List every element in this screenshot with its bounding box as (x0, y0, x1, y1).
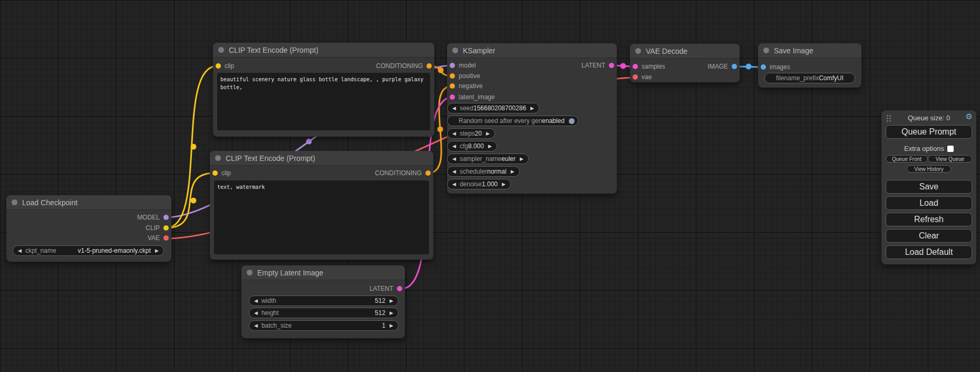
width-stepper[interactable]: ◀ width 512 ▶ (249, 295, 399, 306)
conditioning-port-icon[interactable] (425, 170, 431, 176)
input-slot-clip[interactable]: clip (216, 62, 234, 70)
vae-port-icon[interactable] (633, 74, 638, 80)
output-slot-image[interactable]: IMAGE (707, 62, 737, 71)
queue-prompt-button[interactable]: Queue Prompt (886, 125, 972, 139)
node-title-bar[interactable]: Load Checkpoint (6, 195, 171, 210)
node-clip-text-encode-negative[interactable]: CLIP Text Encode (Prompt) clip CONDITION… (210, 151, 433, 260)
clear-button[interactable]: Clear (886, 229, 972, 243)
decrement-arrow-icon[interactable]: ◀ (452, 144, 456, 149)
decrement-arrow-icon[interactable]: ◀ (254, 323, 258, 328)
decrement-arrow-icon[interactable]: ◀ (452, 106, 456, 111)
collapse-dot-icon[interactable] (452, 47, 458, 53)
model-port-icon[interactable] (450, 63, 455, 68)
collapse-dot-icon[interactable] (12, 199, 17, 205)
node-load-checkpoint[interactable]: Load Checkpoint MODEL CLIP VAE ◀ ckpt_na… (6, 195, 171, 262)
conditioning-port-icon[interactable] (450, 83, 455, 89)
decrement-arrow-icon[interactable]: ◀ (254, 311, 258, 316)
negative-prompt-textarea[interactable]: text, watermark (214, 180, 429, 254)
output-slot-model[interactable]: MODEL (137, 213, 169, 222)
vae-port-icon[interactable] (163, 235, 169, 241)
decrement-arrow-icon[interactable]: ◀ (452, 157, 456, 161)
clip-port-icon[interactable] (163, 225, 169, 231)
input-slot-positive[interactable]: positive (450, 72, 480, 80)
input-slot-samples[interactable]: samples (633, 62, 665, 71)
decrement-arrow-icon[interactable]: ◀ (452, 182, 456, 187)
seed-stepper[interactable]: ◀ seed 156680208700286 ▶ (447, 103, 539, 113)
save-button[interactable]: Save (886, 180, 972, 194)
batch-size-stepper[interactable]: ◀ batch_size 1 ▶ (249, 320, 399, 331)
latent-port-icon[interactable] (450, 94, 455, 100)
node-title-bar[interactable]: KSampler (447, 43, 617, 58)
output-slot-conditioning[interactable]: CONDITIONING (375, 169, 431, 177)
input-slot-negative[interactable]: negative (450, 82, 482, 90)
settings-gear-icon[interactable]: ⚙ (966, 112, 973, 120)
input-slot-images[interactable]: images (761, 63, 790, 71)
increment-arrow-icon[interactable]: ▶ (511, 169, 515, 174)
filename-prefix-field[interactable]: filename_prefix ComfyUI (764, 73, 855, 83)
random-seed-toggle[interactable]: Random seed after every gen enabled (447, 116, 578, 126)
input-slot-vae[interactable]: vae (633, 73, 652, 81)
load-button[interactable]: Load (886, 196, 972, 210)
output-slot-conditioning[interactable]: CONDITIONING (376, 62, 432, 70)
clip-port-icon[interactable] (216, 63, 221, 69)
collapse-dot-icon[interactable] (215, 155, 221, 161)
input-slot-latent-image[interactable]: latent_image (450, 93, 495, 101)
view-history-button[interactable]: View History (907, 165, 951, 173)
image-port-icon[interactable] (761, 64, 766, 70)
decrement-arrow-icon[interactable]: ◀ (452, 131, 456, 136)
scheduler-combo[interactable]: ◀ scheduler normal ▶ (447, 166, 520, 177)
node-title-bar[interactable]: CLIP Text Encode (Prompt) (213, 43, 434, 58)
decrement-arrow-icon[interactable]: ◀ (18, 249, 22, 253)
node-title-bar[interactable]: Save Image (758, 43, 861, 58)
increment-arrow-icon[interactable]: ▶ (520, 157, 523, 161)
decrement-arrow-icon[interactable]: ◀ (254, 299, 258, 303)
output-slot-clip[interactable]: CLIP (145, 224, 169, 232)
positive-prompt-textarea[interactable]: beautiful scenery nature glass bottle la… (217, 73, 430, 130)
steps-stepper[interactable]: ◀ steps 20 ▶ (447, 128, 495, 139)
toggle-enabled-icon[interactable] (569, 118, 575, 124)
node-vae-decode[interactable]: VAE Decode samples vae IMAGE (630, 44, 740, 82)
output-slot-latent[interactable]: LATENT (370, 284, 402, 293)
increment-arrow-icon[interactable]: ▶ (390, 311, 393, 316)
image-port-icon[interactable] (732, 64, 737, 69)
clip-port-icon[interactable] (212, 170, 218, 176)
sampler-name-combo[interactable]: ◀ sampler_name euler ▶ (447, 154, 529, 164)
increment-arrow-icon[interactable]: ▶ (390, 299, 393, 303)
node-title-bar[interactable]: VAE Decode (630, 44, 740, 59)
denoise-stepper[interactable]: ◀ denoise 1.000 ▶ (447, 179, 511, 189)
height-stepper[interactable]: ◀ height 512 ▶ (249, 308, 399, 318)
increment-arrow-icon[interactable]: ▶ (530, 106, 534, 111)
latent-port-icon[interactable] (397, 286, 402, 291)
latent-port-icon[interactable] (633, 64, 638, 69)
queue-front-button[interactable]: Queue Front (886, 155, 928, 163)
input-slot-clip[interactable]: clip (212, 169, 231, 177)
model-port-icon[interactable] (163, 215, 169, 220)
collapse-dot-icon[interactable] (635, 48, 641, 54)
latent-port-icon[interactable] (609, 63, 614, 68)
decrement-arrow-icon[interactable]: ◀ (452, 169, 456, 174)
node-empty-latent-image[interactable]: Empty Latent Image LATENT ◀ width 512 ▶ … (241, 265, 405, 338)
node-save-image[interactable]: Save Image images filename_prefix ComfyU… (758, 43, 861, 88)
collapse-dot-icon[interactable] (247, 270, 253, 275)
ckpt-name-combo[interactable]: ◀ ckpt_name v1-5-pruned-emaonly.ckpt ▶ (13, 245, 164, 256)
node-clip-text-encode-positive[interactable]: CLIP Text Encode (Prompt) clip CONDITION… (213, 43, 434, 137)
increment-arrow-icon[interactable]: ▶ (502, 182, 506, 187)
increment-arrow-icon[interactable]: ▶ (155, 249, 159, 253)
conditioning-port-icon[interactable] (426, 63, 432, 69)
view-queue-button[interactable]: View Queue (928, 155, 972, 163)
output-slot-vae[interactable]: VAE (148, 234, 169, 242)
load-default-button[interactable]: Load Default (886, 245, 972, 259)
node-title-bar[interactable]: Empty Latent Image (241, 265, 405, 280)
node-ksampler[interactable]: KSampler model positive negative latent_… (447, 43, 617, 194)
node-title-bar[interactable]: CLIP Text Encode (Prompt) (210, 151, 433, 166)
collapse-dot-icon[interactable] (763, 47, 769, 53)
cfg-stepper[interactable]: ◀ cfg 8.000 ▶ (447, 141, 497, 151)
collapse-dot-icon[interactable] (218, 47, 224, 53)
increment-arrow-icon[interactable]: ▶ (390, 323, 393, 328)
extra-options-checkbox[interactable] (947, 146, 954, 152)
input-slot-model[interactable]: model (450, 61, 476, 70)
output-slot-latent[interactable]: LATENT (581, 61, 614, 70)
refresh-button[interactable]: Refresh (886, 213, 972, 226)
increment-arrow-icon[interactable]: ▶ (488, 144, 492, 149)
conditioning-port-icon[interactable] (450, 73, 455, 79)
